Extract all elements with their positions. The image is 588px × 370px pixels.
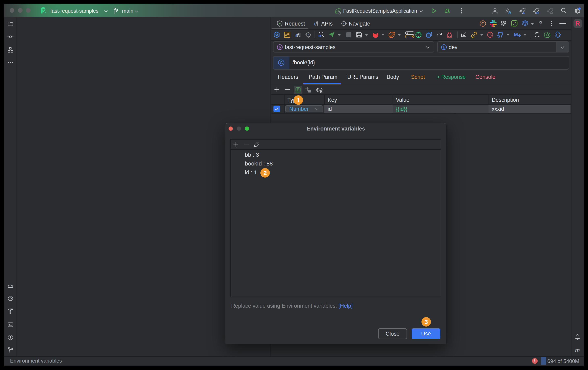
svg-text:G: G xyxy=(280,60,283,65)
svg-text:E: E xyxy=(443,45,445,49)
svg-text:p: p xyxy=(279,45,281,49)
svg-text:M: M xyxy=(514,32,518,37)
svg-text:A: A xyxy=(508,10,512,15)
